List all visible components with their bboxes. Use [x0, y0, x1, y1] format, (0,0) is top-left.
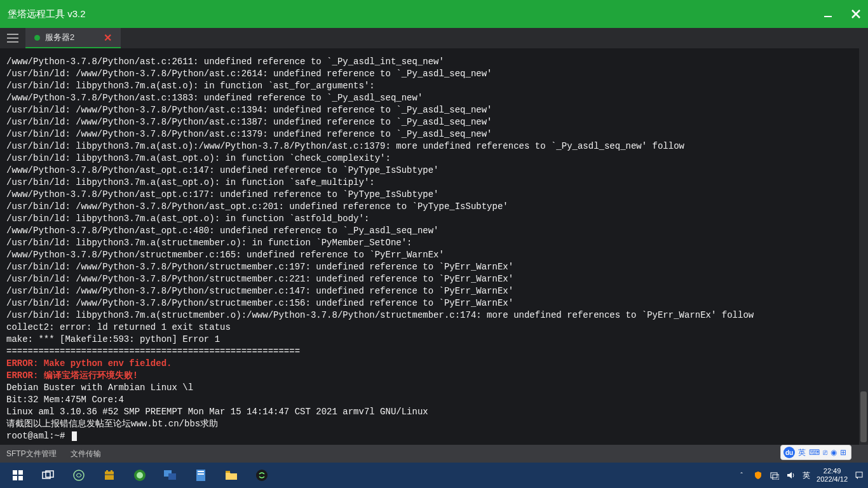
terminal-line: /www/Python-3.7.8/Python/structmember.c:…: [6, 249, 868, 261]
tray-clock[interactable]: 22:49 2022/4/12: [817, 467, 848, 484]
terminal-scrollbar[interactable]: [859, 48, 868, 445]
svg-rect-26: [771, 473, 777, 478]
windows-taskbar: ˆ 英 22:49 2022/4/12: [0, 463, 868, 488]
terminal-line: /usr/bin/ld: /www/Python-3.7.8/Python/st…: [6, 261, 868, 273]
taskbar-app-5[interactable]: [186, 463, 216, 488]
float-ime-label[interactable]: 英: [798, 447, 806, 458]
terminal-line: /usr/bin/ld: /www/Python-3.7.8/Python/st…: [6, 285, 868, 297]
tray-network-icon[interactable]: [770, 470, 780, 480]
terminal-line: ERROR: 编译宝塔运行环境失败!: [6, 370, 868, 382]
terminal-line: /usr/bin/ld: /www/Python-3.7.8/Python/st…: [6, 273, 868, 285]
terminal-line: 请截图以上报错信息发帖至论坛www.bt.cn/bbs求助: [6, 418, 868, 430]
ime-float-bar[interactable]: du 英 ⌨ ⎚ ◉ ⊞: [780, 445, 851, 460]
float-user-icon[interactable]: ◉: [831, 448, 837, 457]
terminal-line: ERROR: Make python env fielded.: [6, 358, 868, 370]
taskbar-app-2[interactable]: [94, 463, 125, 488]
terminal-line: /www/Python-3.7.8/Python/ast.c:2611: und…: [6, 56, 868, 68]
tray-date: 2022/4/12: [817, 475, 848, 484]
scrollbar-thumb[interactable]: [860, 391, 867, 442]
float-screen-icon[interactable]: ⎚: [823, 448, 827, 457]
terminal-line: /usr/bin/ld: /www/Python-3.7.8/Python/as…: [6, 104, 868, 116]
task-view-button[interactable]: [33, 463, 64, 488]
svg-rect-8: [13, 476, 17, 480]
svg-rect-24: [226, 471, 230, 473]
baidu-logo-icon: du: [783, 447, 795, 458]
terminal-line: /www/Python-3.7.8/Python/ast_opt.c:147: …: [6, 165, 868, 177]
close-button[interactable]: [850, 8, 862, 20]
taskbar-app-1[interactable]: [64, 463, 94, 488]
cursor-icon: [72, 431, 77, 441]
terminal-line: /www/Python-3.7.8/Python/ast_opt.c:177: …: [6, 189, 868, 201]
svg-rect-23: [198, 473, 204, 475]
svg-rect-14: [106, 470, 108, 472]
svg-rect-15: [111, 470, 112, 472]
terminal-line: Linux aml 3.10.36 #52 SMP PREEMPT Mon Ma…: [6, 406, 868, 418]
tray-volume-icon[interactable]: [786, 470, 796, 480]
status-dot-icon: [34, 35, 40, 41]
svg-point-25: [256, 470, 268, 481]
terminal-line: /usr/bin/ld: /www/Python-3.7.8/Python/as…: [6, 201, 868, 213]
svg-rect-7: [18, 470, 23, 475]
taskbar-app-3[interactable]: [125, 463, 155, 488]
tray-shield-icon[interactable]: [753, 470, 763, 480]
tab-label: 服务器2: [45, 32, 98, 43]
tab-bar: 服务器2 ✕: [0, 28, 868, 48]
svg-point-12: [74, 470, 84, 480]
tab-close-icon[interactable]: ✕: [104, 32, 112, 44]
taskbar-app-4[interactable]: [155, 463, 186, 488]
terminal-line: /www/Python-3.7.8/Python/ast.c:1383: und…: [6, 92, 868, 104]
tray-ime-label[interactable]: 英: [803, 470, 810, 481]
tab-server[interactable]: 服务器2 ✕: [25, 28, 121, 48]
terminal-line: /usr/bin/ld: libpython3.7m.a(structmembe…: [6, 309, 868, 322]
terminal-line: /usr/bin/ld: /www/Python-3.7.8/Python/as…: [6, 68, 868, 80]
minimize-button[interactable]: [822, 8, 834, 20]
svg-rect-6: [13, 470, 17, 475]
taskbar-file-explorer[interactable]: [216, 463, 247, 488]
float-keyboard-icon[interactable]: ⌨: [809, 448, 820, 457]
start-button[interactable]: [3, 463, 33, 488]
terminal-line: /usr/bin/ld: /www/Python-3.7.8/Python/as…: [6, 128, 868, 140]
float-grid-icon[interactable]: ⊞: [840, 448, 846, 457]
terminal-line: /usr/bin/ld: libpython3.7m.a(ast_opt.o):…: [6, 177, 868, 189]
svg-rect-20: [168, 473, 176, 480]
terminal-line: ========================================…: [6, 346, 868, 358]
svg-point-18: [137, 472, 143, 478]
terminal-line: /usr/bin/ld: libpython3.7m.a(structmembe…: [6, 237, 868, 249]
terminal-output[interactable]: /www/Python-3.7.8/Python/ast.c:2611: und…: [0, 48, 868, 445]
taskbar-app-6[interactable]: [247, 463, 277, 488]
terminal-line: /usr/bin/ld: /www/Python-3.7.8/Python/st…: [6, 297, 868, 309]
tray-chevron-icon[interactable]: ˆ: [736, 470, 747, 480]
window-titlebar: 堡塔远程工具 v3.2: [0, 0, 868, 28]
terminal-line: /www/Python-3.7.8/Python/ast_opt.c:480: …: [6, 225, 868, 237]
tray-notifications-icon[interactable]: [854, 470, 864, 480]
svg-rect-13: [105, 471, 114, 480]
svg-rect-22: [198, 471, 204, 472]
bottom-bar: SFTP文件管理 文件传输: [0, 445, 868, 463]
terminal-line: make: *** [Makefile:593: python] Error 1: [6, 334, 868, 346]
terminal-line: /usr/bin/ld: /www/Python-3.7.8/Python/as…: [6, 116, 868, 128]
terminal-line: Bit:32 Mem:475M Core:4: [6, 394, 868, 406]
svg-rect-28: [856, 472, 862, 477]
sftp-manager-button[interactable]: SFTP文件管理: [6, 449, 57, 459]
terminal-line: collect2: error: ld returned 1 exit stat…: [6, 322, 868, 334]
terminal-line: /usr/bin/ld: libpython3.7m.a(ast.o):/www…: [6, 140, 868, 152]
terminal-line: /usr/bin/ld: libpython3.7m.a(ast_opt.o):…: [6, 213, 868, 225]
window-title: 堡塔远程工具 v3.2: [8, 8, 86, 20]
terminal-line: /usr/bin/ld: libpython3.7m.a(ast_opt.o):…: [6, 152, 868, 165]
file-transfer-button[interactable]: 文件传输: [71, 449, 101, 459]
terminal-line: Debian Buster with Armbian Linux \l: [6, 382, 868, 394]
tray-time: 22:49: [817, 467, 848, 475]
svg-rect-9: [18, 476, 23, 480]
menu-button[interactable]: [0, 28, 25, 48]
terminal-prompt: root@aml:~#: [6, 430, 868, 442]
terminal-line: /usr/bin/ld: libpython3.7m.a(ast.o): in …: [6, 80, 868, 92]
svg-rect-27: [773, 475, 779, 480]
system-tray: ˆ 英 22:49 2022/4/12: [736, 463, 864, 488]
